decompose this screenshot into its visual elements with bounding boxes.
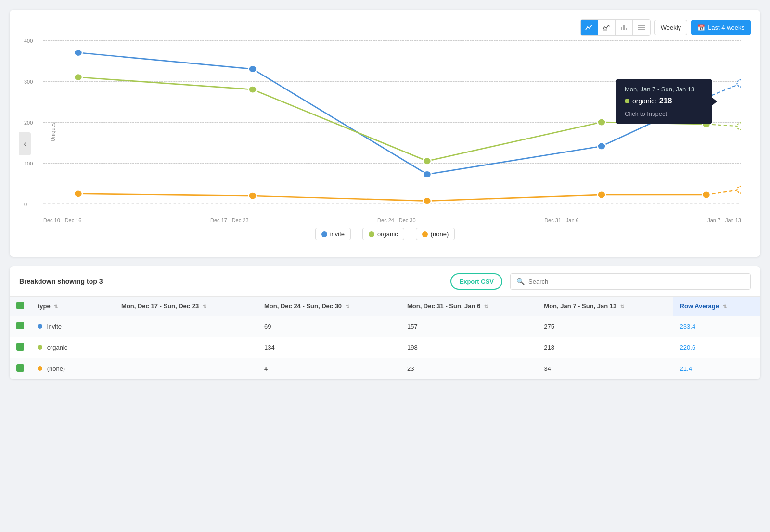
chart-type-group: [580, 19, 651, 36]
svg-point-29: [702, 191, 710, 198]
calendar-icon: 📅: [697, 24, 705, 31]
type-dot-organic: [38, 345, 42, 350]
x-label-2: Dec 24 - Dec 30: [377, 217, 415, 223]
row-checkbox-invite[interactable]: [10, 316, 31, 337]
row-dec31-none: 23: [400, 358, 537, 380]
svg-rect-3: [623, 25, 625, 30]
tooltip-inspect[interactable]: Click to Inspect: [625, 110, 704, 117]
svg-point-14: [249, 65, 257, 73]
row-dec17-invite: [115, 316, 257, 337]
type-dot-invite: [38, 324, 42, 329]
svg-rect-6: [638, 27, 645, 28]
row-jan7-invite: 275: [537, 316, 673, 337]
table-thead: type ⇅ Mon, Dec 10 - Sun, Dec 16 ⇅ Mon, …: [10, 297, 760, 316]
row-dec24-none: 4: [257, 358, 400, 380]
th-dec24[interactable]: Mon, Dec 24 - Sun, Dec 30 ⇅: [257, 297, 400, 316]
th-green-square[interactable]: [16, 302, 24, 309]
chart-toolbar: Weekly 📅 Last 4 weeks: [19, 19, 751, 36]
th-row-average[interactable]: Row Average ⇅: [673, 297, 760, 316]
chart-tooltip: Mon, Jan 7 - Sun, Jan 13 organic: 218 Cl…: [616, 79, 712, 124]
row-dec24-organic: 134: [257, 337, 400, 358]
legend-dot-invite: [321, 231, 327, 237]
svg-point-18: [737, 80, 741, 87]
legend-organic[interactable]: organic: [362, 228, 404, 240]
line-chart-btn[interactable]: [581, 20, 598, 35]
table-tbody: invite 69 157 275 233.4 organic 134 198 …: [10, 316, 760, 380]
row-type-organic: organic: [31, 337, 115, 358]
svg-point-25: [74, 190, 82, 197]
row-type-invite: invite: [31, 316, 115, 337]
x-label-1: Dec 17 - Dec 23: [210, 217, 248, 223]
sort-icon-type: ⇅: [54, 304, 58, 309]
table-header-row: type ⇅ Mon, Dec 10 - Sun, Dec 16 ⇅ Mon, …: [10, 297, 760, 316]
row-jan7-organic: 218: [537, 337, 673, 358]
svg-rect-7: [638, 29, 645, 30]
table-row: organic 134 198 218 220.6: [10, 337, 760, 358]
svg-point-26: [249, 192, 257, 200]
sort-icon-avg: ⇅: [723, 304, 727, 309]
svg-point-15: [423, 171, 431, 178]
svg-rect-2: [621, 27, 622, 30]
date-range-button[interactable]: 📅 Last 4 weeks: [691, 20, 751, 35]
svg-point-19: [74, 74, 82, 81]
search-box: 🔍: [510, 273, 751, 290]
period-button[interactable]: Weekly: [654, 20, 687, 35]
row-checkbox-organic[interactable]: [10, 337, 31, 358]
legend-dot-none: [422, 231, 428, 237]
row-avg-none: 21.4: [673, 358, 760, 380]
row-avg-organic: 220.6: [673, 337, 760, 358]
legend-label-none: (none): [431, 230, 449, 238]
row-avg-invite: 233.4: [673, 316, 760, 337]
chart-area: Uniques 400 300 200 100 0: [43, 40, 741, 223]
bar-chart-btn[interactable]: [616, 20, 633, 35]
area-chart-btn[interactable]: [598, 20, 616, 35]
legend-invite[interactable]: invite: [315, 228, 351, 240]
x-label-0: Dec 10 - Dec 16: [43, 217, 81, 223]
row-jan7-none: 34: [537, 358, 673, 380]
table-chart-btn[interactable]: [633, 20, 650, 35]
chart-legend: invite organic (none): [19, 228, 751, 240]
table-card: Breakdown showing top 3 Export CSV 🔍 typ…: [10, 266, 760, 379]
table-header: Breakdown showing top 3 Export CSV 🔍: [10, 266, 760, 297]
svg-rect-0: [603, 29, 605, 31]
sort-icon-jan7: ⇅: [620, 304, 624, 309]
svg-point-13: [74, 49, 82, 56]
row-checkbox-none[interactable]: [10, 358, 31, 380]
tooltip-number: 218: [659, 97, 672, 105]
chart-card: Weekly 📅 Last 4 weeks ‹ Uniques 400 300 …: [10, 10, 760, 257]
sort-icon-dec17v: ⇅: [203, 304, 206, 309]
row-dec24-invite: 69: [257, 316, 400, 337]
svg-point-28: [598, 191, 606, 198]
type-dot-none: [38, 366, 42, 371]
legend-label-invite: invite: [330, 230, 345, 238]
row-dec17-none: [115, 358, 257, 380]
legend-none[interactable]: (none): [416, 228, 455, 240]
th-dec31[interactable]: Mon, Dec 31 - Sun, Jan 6 ⇅: [400, 297, 537, 316]
row-type-none: (none): [31, 358, 115, 380]
svg-point-27: [423, 197, 431, 204]
svg-point-21: [423, 157, 431, 165]
row-dec31-invite: 157: [400, 316, 537, 337]
table-title: Breakdown showing top 3: [19, 278, 443, 285]
legend-label-organic: organic: [377, 230, 398, 238]
nav-left-arrow[interactable]: ‹: [19, 132, 31, 155]
th-dec17-visible[interactable]: Mon, Dec 17 - Sun, Dec 23 ⇅: [115, 297, 257, 316]
svg-rect-5: [638, 25, 645, 26]
svg-point-24: [737, 123, 741, 130]
svg-point-16: [598, 143, 606, 150]
data-table: type ⇅ Mon, Dec 10 - Sun, Dec 16 ⇅ Mon, …: [10, 297, 760, 379]
th-type[interactable]: type ⇅: [31, 297, 115, 316]
th-checkbox: [10, 297, 31, 316]
x-label-4: Jan 7 - Jan 13: [707, 217, 741, 223]
svg-point-20: [249, 86, 257, 93]
th-jan7[interactable]: Mon, Jan 7 - Sun, Jan 13 ⇅: [537, 297, 673, 316]
x-labels: Dec 10 - Dec 16 Dec 17 - Dec 23 Dec 24 -…: [43, 217, 741, 223]
search-input[interactable]: [528, 278, 744, 285]
svg-point-30: [737, 186, 741, 193]
export-csv-button[interactable]: Export CSV: [450, 273, 502, 290]
svg-point-22: [598, 119, 606, 126]
legend-dot-organic: [369, 231, 374, 237]
row-dec31-organic: 198: [400, 337, 537, 358]
table-row: invite 69 157 275 233.4: [10, 316, 760, 337]
sort-icon-dec24: ⇅: [346, 304, 349, 309]
